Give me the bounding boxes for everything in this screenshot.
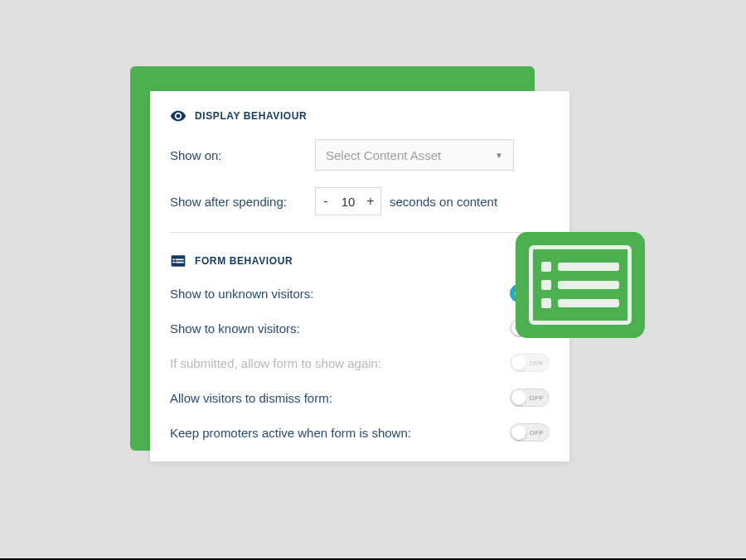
show-after-suffix: seconds on content xyxy=(390,195,497,209)
show-after-row: Show after spending: - 10 + seconds on c… xyxy=(170,187,550,215)
stepper-value: 10 xyxy=(336,195,361,209)
toggle-row-known-visitors: Show to known visitors: OFF xyxy=(170,319,550,337)
display-section-header: DISPLAY BEHAVIOUR xyxy=(170,108,550,124)
toggle-state-text: OFF xyxy=(530,360,545,367)
section-divider xyxy=(170,232,550,233)
show-after-label: Show after spending: xyxy=(170,195,315,209)
form-section-title: FORM BEHAVIOUR xyxy=(195,255,293,267)
show-on-label: Show on: xyxy=(170,148,315,162)
toggle-row-promoters: Keep promoters active when form is shown… xyxy=(170,423,550,442)
seconds-stepper: - 10 + xyxy=(315,187,381,215)
settings-panel: DISPLAY BEHAVIOUR Show on: Select Conten… xyxy=(150,91,569,461)
form-icon xyxy=(170,253,186,269)
toggle-label: Show to known visitors: xyxy=(170,321,300,336)
toggle-label: Show to unknown visitors: xyxy=(170,287,313,301)
list-line xyxy=(541,262,619,272)
toggle-show-again: OFF xyxy=(510,354,550,372)
stepper-minus-button[interactable]: - xyxy=(316,188,336,215)
toggle-label: Allow visitors to dismiss form: xyxy=(170,391,332,405)
list-badge-icon xyxy=(516,232,645,338)
toggle-label: If submitted, allow form to show again: xyxy=(170,356,381,370)
list-badge-inner xyxy=(529,245,632,325)
svg-rect-0 xyxy=(172,255,186,266)
toggle-row-unknown-visitors: Show to unknown visitors: ON xyxy=(170,284,550,302)
eye-icon xyxy=(170,108,186,124)
svg-rect-4 xyxy=(176,262,184,263)
toggle-state-text: OFF xyxy=(530,394,545,402)
list-line xyxy=(541,298,619,308)
svg-rect-1 xyxy=(172,259,175,261)
content-asset-select[interactable]: Select Content Asset ▼ xyxy=(315,139,514,171)
toggle-label: Keep promoters active when form is shown… xyxy=(170,426,411,440)
list-line xyxy=(541,280,619,290)
form-section-header: FORM BEHAVIOUR xyxy=(170,253,550,269)
toggle-state-text: OFF xyxy=(530,429,545,437)
chevron-down-icon: ▼ xyxy=(495,151,503,160)
toggle-promoters[interactable]: OFF xyxy=(510,423,550,442)
toggle-knob xyxy=(511,355,526,370)
svg-rect-2 xyxy=(176,259,184,261)
toggle-row-dismiss: Allow visitors to dismiss form: OFF xyxy=(170,389,550,407)
show-on-row: Show on: Select Content Asset ▼ xyxy=(170,139,550,171)
svg-rect-3 xyxy=(172,262,175,263)
select-placeholder: Select Content Asset xyxy=(326,148,441,162)
stepper-plus-button[interactable]: + xyxy=(361,188,380,215)
toggle-row-show-again: If submitted, allow form to show again: … xyxy=(170,354,550,372)
display-section-title: DISPLAY BEHAVIOUR xyxy=(195,110,307,122)
toggle-knob xyxy=(511,390,526,405)
toggle-dismiss[interactable]: OFF xyxy=(510,389,550,407)
toggle-knob xyxy=(511,425,526,440)
